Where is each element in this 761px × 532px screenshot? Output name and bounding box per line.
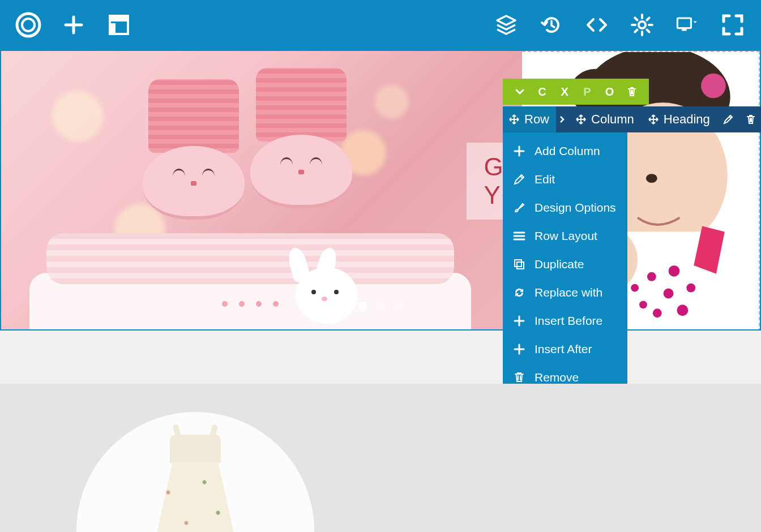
fullscreen-button[interactable]	[712, 5, 753, 45]
pencil-icon	[722, 114, 734, 125]
product-area	[0, 384, 761, 532]
breadcrumb-row-label: Row	[524, 112, 549, 127]
element-delete-button[interactable]	[621, 79, 643, 105]
svg-point-14	[669, 265, 680, 277]
menu-row-layout[interactable]: Row Layout	[503, 222, 627, 250]
trash-icon	[745, 114, 756, 125]
element-dropdown-toggle[interactable]	[508, 79, 531, 105]
menu-row-layout-label: Row Layout	[535, 229, 597, 243]
breadcrumb-column[interactable]: Column	[568, 106, 641, 132]
slider-dots	[358, 302, 403, 311]
svg-point-12	[646, 174, 657, 183]
move-icon	[575, 114, 587, 125]
logo-button[interactable]	[8, 5, 49, 45]
menu-remove-label: Remove	[535, 371, 579, 384]
template-icon	[108, 14, 130, 36]
chevron-down-icon	[514, 86, 525, 97]
menu-insert-after[interactable]: Insert After	[503, 335, 627, 363]
element-cut-button[interactable]: X	[553, 79, 576, 105]
breadcrumb-separator	[556, 106, 568, 132]
svg-point-20	[653, 308, 662, 318]
menu-duplicate-label: Duplicate	[535, 258, 584, 271]
menu-insert-after-label: Insert After	[535, 342, 592, 356]
element-paste-button[interactable]: P	[576, 79, 598, 105]
menu-replace-with-label: Replace with	[535, 286, 602, 299]
slider-dot-3[interactable]	[394, 302, 403, 311]
menu-add-column[interactable]: Add Column	[503, 137, 627, 165]
element-options-button[interactable]: O	[598, 79, 621, 105]
code-icon	[585, 14, 608, 36]
layers-icon	[495, 14, 518, 36]
code-button[interactable]	[576, 5, 617, 45]
svg-point-1	[22, 19, 35, 31]
plus-icon	[513, 145, 525, 157]
refresh-icon	[513, 286, 525, 299]
chevron-right-icon	[559, 114, 565, 125]
template-button[interactable]	[99, 5, 139, 45]
add-button[interactable]	[53, 5, 94, 45]
svg-point-13	[647, 272, 656, 281]
svg-rect-24	[517, 262, 524, 269]
history-icon	[540, 14, 563, 36]
svg-point-5	[639, 22, 645, 28]
svg-rect-6	[677, 18, 691, 28]
trash-icon	[626, 86, 638, 97]
toolbar-left	[8, 5, 139, 45]
svg-point-18	[639, 301, 647, 308]
svg-point-15	[631, 284, 639, 292]
toolbar-right	[486, 5, 753, 45]
menu-duplicate[interactable]: Duplicate	[503, 250, 627, 278]
svg-rect-23	[515, 260, 521, 267]
trash-icon	[513, 371, 525, 384]
breadcrumb-delete-button[interactable]	[739, 106, 761, 132]
plus-icon	[513, 315, 525, 327]
svg-point-10	[701, 74, 726, 98]
slider-dot-2[interactable]	[376, 302, 385, 311]
menu-edit-label: Edit	[535, 173, 555, 186]
svg-rect-4	[110, 23, 116, 34]
breadcrumb-column-label: Column	[591, 112, 634, 127]
layers-button[interactable]	[486, 5, 527, 45]
svg-point-0	[17, 14, 40, 36]
responsive-button[interactable]	[667, 5, 708, 45]
settings-button[interactable]	[622, 5, 662, 45]
brush-icon	[513, 201, 525, 214]
bokeh-light	[375, 85, 409, 119]
plus-icon	[62, 14, 85, 36]
menu-design-options[interactable]: Design Options	[503, 194, 627, 222]
fullscreen-icon	[721, 14, 744, 36]
circle-logo-icon	[15, 11, 42, 38]
menu-edit[interactable]: Edit	[503, 165, 627, 194]
gear-icon	[631, 14, 653, 36]
menu-add-column-label: Add Column	[535, 144, 600, 158]
product-dress	[150, 435, 241, 532]
breadcrumb-edit-button[interactable]	[717, 106, 739, 132]
slider-dot-1[interactable]	[358, 302, 367, 311]
clothes-stack	[29, 233, 482, 329]
element-action-bar: C X P O	[503, 79, 649, 105]
bokeh-light	[52, 91, 103, 141]
move-icon	[508, 114, 520, 125]
breadcrumb-row[interactable]: Row	[503, 106, 556, 132]
content-area: GROW W YOUR K	[0, 50, 761, 532]
move-icon	[648, 114, 659, 125]
element-copy-button[interactable]: C	[531, 79, 554, 105]
monitor-icon	[676, 14, 699, 36]
plus-icon	[513, 343, 525, 355]
rows-icon	[513, 230, 525, 242]
menu-insert-before[interactable]: Insert Before	[503, 307, 627, 335]
menu-insert-before-label: Insert Before	[535, 314, 602, 328]
duplicate-icon	[513, 258, 525, 271]
breadcrumb-heading[interactable]: Heading	[641, 106, 717, 132]
baby-booties	[143, 62, 369, 255]
history-button[interactable]	[531, 5, 572, 45]
top-toolbar	[0, 0, 761, 50]
menu-replace-with[interactable]: Replace with	[503, 278, 627, 307]
breadcrumb-heading-label: Heading	[664, 112, 710, 127]
pencil-icon	[513, 173, 525, 186]
svg-point-19	[677, 304, 688, 316]
element-breadcrumb: Row Column Heading	[503, 106, 761, 132]
svg-rect-3	[110, 16, 128, 22]
svg-point-16	[664, 289, 674, 299]
svg-point-17	[686, 284, 695, 293]
